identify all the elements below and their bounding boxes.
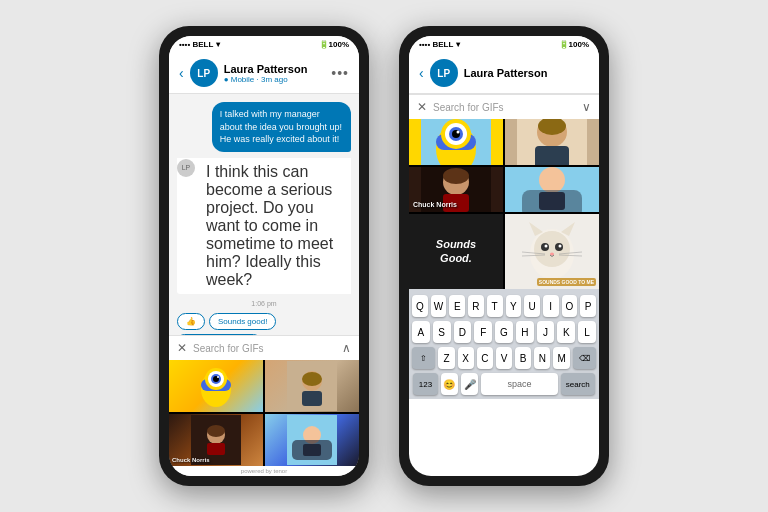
key-t[interactable]: T	[487, 295, 503, 317]
avatar-1: LP	[190, 59, 218, 87]
phone-2-screen: •••• BELL ▾ 🔋100% ‹ LP Laura Patterson ✕…	[409, 36, 599, 476]
key-z[interactable]: Z	[438, 347, 454, 369]
key-x[interactable]: X	[458, 347, 474, 369]
key-h[interactable]: H	[516, 321, 534, 343]
phone-1-screen: •••• BELL ▾ 🔋100% ‹ LP Laura Patterson ●…	[169, 36, 359, 476]
key-a[interactable]: A	[412, 321, 430, 343]
svg-rect-18	[292, 440, 332, 460]
header-info-1: Laura Patterson ● Mobile · 3m ago	[224, 63, 326, 84]
svg-point-34	[443, 168, 469, 184]
gif-large-chuck[interactable]: Chuck Norris	[409, 167, 503, 213]
svg-point-10	[302, 372, 322, 386]
key-e[interactable]: E	[449, 295, 465, 317]
key-q[interactable]: Q	[412, 295, 428, 317]
keyboard-bottom-row: 123 😊 🎤 space search	[409, 371, 599, 397]
key-n[interactable]: N	[534, 347, 550, 369]
svg-rect-38	[522, 190, 582, 212]
status-bar-1: •••• BELL ▾ 🔋100%	[169, 36, 359, 53]
gif-search-input-2[interactable]: Search for GIFs	[433, 102, 576, 113]
phone-2: •••• BELL ▾ 🔋100% ‹ LP Laura Patterson ✕…	[399, 26, 609, 486]
sender-avatar-1: LP	[177, 159, 195, 177]
status-right-1: 🔋100%	[319, 40, 349, 49]
key-shift[interactable]: ⇧	[412, 347, 435, 369]
back-button-2[interactable]: ‹	[419, 65, 424, 81]
quick-reply-sounds-good[interactable]: Sounds good!	[209, 313, 276, 330]
svg-rect-9	[302, 391, 322, 406]
key-m[interactable]: M	[553, 347, 569, 369]
gif-cell-1[interactable]	[169, 360, 263, 412]
key-v[interactable]: V	[496, 347, 512, 369]
key-r[interactable]: R	[468, 295, 484, 317]
gif-cell-4[interactable]	[265, 414, 359, 466]
gif-cat[interactable]: SOUNDS GOOD TO ME	[505, 214, 599, 289]
key-y[interactable]: Y	[506, 295, 522, 317]
gif-cell-3[interactable]: Chuck Norris	[169, 414, 263, 466]
gif-close-2[interactable]: ✕	[417, 100, 427, 114]
sounds-good-text: SoundsGood.	[436, 238, 476, 264]
message-sent-1: I talked with my manager about the idea …	[212, 102, 351, 152]
key-emoji[interactable]: 😊	[441, 373, 458, 395]
time-label-1: 1:06 pm	[177, 300, 351, 307]
avatar-2: LP	[430, 59, 458, 87]
chat-area-1: I talked with my manager about the idea …	[169, 94, 359, 335]
carrier-1: •••• BELL	[179, 40, 213, 49]
svg-point-36	[539, 167, 565, 193]
key-k[interactable]: K	[557, 321, 575, 343]
status-bar-2: •••• BELL ▾ 🔋100%	[409, 36, 599, 53]
cat-label: SOUNDS GOOD TO ME	[537, 278, 596, 286]
svg-point-47	[559, 245, 562, 248]
gif-sounds-good[interactable]: SoundsGood.	[409, 214, 503, 289]
key-delete[interactable]: ⌫	[573, 347, 596, 369]
battery-icon-2: 🔋100%	[559, 40, 589, 49]
tenor-credit-1: powered by tenor	[169, 466, 359, 476]
chuck-norris-label: Chuck Norris	[413, 201, 457, 208]
gif-chevron-1[interactable]: ∧	[342, 341, 351, 355]
key-w[interactable]: W	[431, 295, 447, 317]
key-l[interactable]: L	[578, 321, 596, 343]
key-u[interactable]: U	[524, 295, 540, 317]
gif-label-chuck: Chuck Norris	[172, 457, 210, 463]
gif-large-boy[interactable]	[505, 119, 599, 165]
gif-close-1[interactable]: ✕	[177, 341, 187, 355]
key-j[interactable]: J	[537, 321, 555, 343]
svg-rect-13	[207, 443, 225, 455]
key-f[interactable]: F	[474, 321, 492, 343]
message-text-1: I think this can become a serious projec…	[199, 158, 351, 294]
gif-cell-2[interactable]	[265, 360, 359, 412]
key-s[interactable]: S	[433, 321, 451, 343]
contact-status-1: ● Mobile · 3m ago	[224, 75, 326, 84]
battery-icon-1: 🔋100%	[319, 40, 349, 49]
key-o[interactable]: O	[562, 295, 578, 317]
key-b[interactable]: B	[515, 347, 531, 369]
key-g[interactable]: G	[495, 321, 513, 343]
carrier-2: •••• BELL	[419, 40, 453, 49]
svg-point-41	[534, 231, 570, 267]
gif-large-minion[interactable]	[409, 119, 503, 165]
key-d[interactable]: D	[454, 321, 472, 343]
key-c[interactable]: C	[477, 347, 493, 369]
key-i[interactable]: I	[543, 295, 559, 317]
svg-point-48	[550, 253, 554, 256]
header-info-2: Laura Patterson	[464, 67, 589, 79]
key-space[interactable]: space	[481, 373, 557, 395]
phone-1: •••• BELL ▾ 🔋100% ‹ LP Laura Patterson ●…	[159, 26, 369, 486]
key-123[interactable]: 123	[413, 373, 438, 395]
svg-point-6	[217, 376, 219, 378]
gif-search-bar-2: ✕ Search for GIFs ∨	[409, 94, 599, 119]
svg-point-26	[457, 131, 460, 134]
keyboard-row-2: A S D F G H J K L	[409, 319, 599, 345]
key-search[interactable]: search	[561, 373, 595, 395]
status-left-2: •••• BELL ▾	[419, 40, 460, 49]
gif-search-input-1[interactable]: Search for GIFs	[193, 343, 336, 354]
gif-chevron-2[interactable]: ∨	[582, 100, 591, 114]
svg-rect-29	[535, 146, 569, 164]
keyboard-row-3: ⇧ Z X C V B N M ⌫	[409, 345, 599, 371]
quick-reply-thumbs-up[interactable]: 👍	[177, 313, 205, 330]
svg-point-46	[545, 245, 548, 248]
back-button-1[interactable]: ‹	[179, 65, 184, 81]
more-options-1[interactable]: •••	[331, 65, 349, 81]
key-p[interactable]: P	[580, 295, 596, 317]
gif-search-bar-1: ✕ Search for GIFs ∧	[169, 335, 359, 360]
key-mic[interactable]: 🎤	[461, 373, 478, 395]
gif-large-driver[interactable]	[505, 167, 599, 213]
